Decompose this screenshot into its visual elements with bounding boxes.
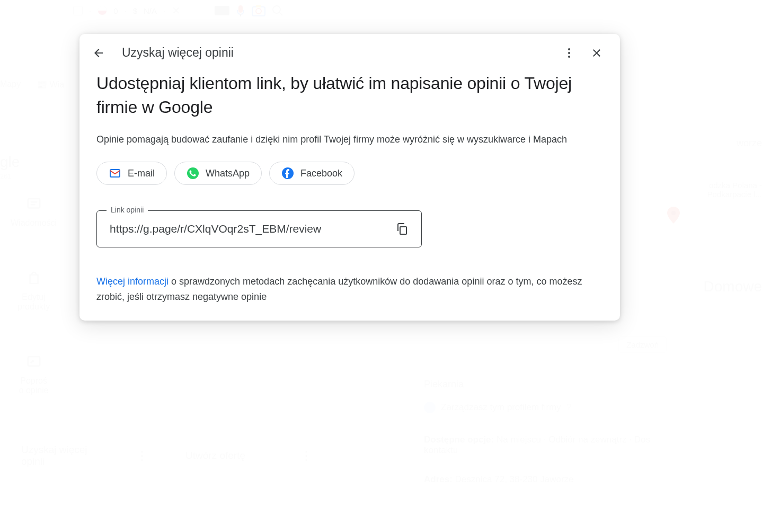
more-options-icon[interactable] bbox=[563, 47, 575, 59]
modal-body: Udostępniaj klientom link, by ułatwić im… bbox=[79, 72, 620, 305]
modal-title: Uzyskaj więcej opinii bbox=[122, 46, 563, 60]
email-chip[interactable]: E-mail bbox=[96, 162, 167, 185]
link-row: https://g.page/r/CXlqVOqr2sT_EBM/review bbox=[110, 223, 409, 235]
subtext: Opinie pomagają budować zaufanie i dzięk… bbox=[96, 132, 603, 147]
facebook-icon bbox=[281, 167, 294, 180]
info-text: Więcej informacji o sprawdzonych metodac… bbox=[96, 274, 603, 305]
whatsapp-icon bbox=[187, 167, 199, 180]
more-info-link[interactable]: Więcej informacji bbox=[96, 276, 169, 287]
header-actions bbox=[563, 47, 603, 59]
chip-label: WhatsApp bbox=[206, 168, 250, 179]
chip-label: Facebook bbox=[300, 168, 342, 179]
share-chips-row: E-mail WhatsApp Facebook bbox=[96, 162, 603, 185]
email-icon bbox=[109, 167, 121, 180]
modal-header: Uzyskaj więcej opinii bbox=[79, 34, 620, 72]
info-rest: o sprawdzonych metodach zachęcania użytk… bbox=[96, 276, 582, 302]
get-more-reviews-modal: Uzyskaj więcej opinii Udostępniaj klient… bbox=[79, 34, 620, 321]
review-link-box: Link opinii https://g.page/r/CXlqVOqr2sT… bbox=[96, 210, 422, 247]
svg-point-13 bbox=[187, 167, 199, 179]
link-label: Link opinii bbox=[107, 206, 148, 214]
chip-label: E-mail bbox=[128, 168, 155, 179]
close-icon[interactable] bbox=[590, 47, 603, 59]
facebook-chip[interactable]: Facebook bbox=[269, 162, 355, 185]
review-link-url: https://g.page/r/CXlqVOqr2sT_EBM/review bbox=[110, 223, 321, 235]
main-heading: Udostępniaj klientom link, by ułatwić im… bbox=[96, 72, 603, 119]
whatsapp-chip[interactable]: WhatsApp bbox=[174, 162, 262, 185]
back-arrow-icon[interactable] bbox=[92, 47, 105, 59]
svg-rect-15 bbox=[400, 227, 406, 234]
copy-icon[interactable] bbox=[396, 223, 409, 235]
